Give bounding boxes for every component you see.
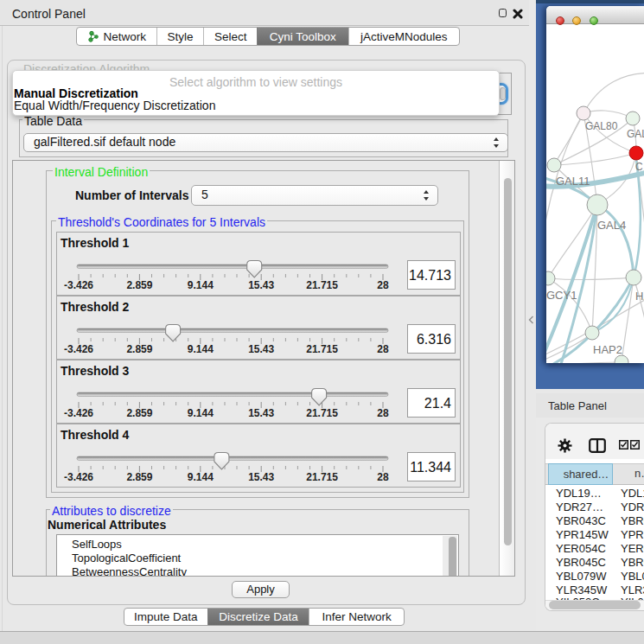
svg-text:GAL11: GAL11 [556, 175, 590, 188]
svg-text:-3.426: -3.426 [64, 407, 93, 419]
svg-text:2.859: 2.859 [126, 407, 152, 419]
svg-text:15.43: 15.43 [248, 343, 274, 355]
svg-text:21.715: 21.715 [306, 343, 338, 355]
svg-text:9.144: 9.144 [188, 407, 214, 419]
svg-text:GAL4: GAL4 [597, 219, 626, 232]
svg-text:C…: C… [635, 161, 644, 173]
svg-text:15.43: 15.43 [248, 471, 274, 483]
svg-text:2.859: 2.859 [126, 279, 152, 291]
svg-text:28: 28 [377, 279, 389, 291]
svg-text:21.715: 21.715 [306, 407, 338, 419]
svg-text:2.859: 2.859 [126, 343, 152, 355]
svg-text:GAL80: GAL80 [585, 120, 618, 132]
svg-text:GAL…: GAL… [627, 128, 644, 140]
svg-text:-3.426: -3.426 [64, 471, 93, 483]
svg-text:28: 28 [377, 343, 389, 355]
svg-text:28: 28 [377, 471, 389, 483]
svg-text:Threshold 1: Threshold 1 [61, 236, 130, 250]
svg-text:9.144: 9.144 [188, 279, 214, 291]
svg-text:Threshold 2: Threshold 2 [61, 300, 130, 314]
svg-text:15.43: 15.43 [248, 407, 274, 419]
svg-text:6.316: 6.316 [417, 332, 451, 347]
svg-text:28: 28 [377, 407, 389, 419]
svg-text:-3.426: -3.426 [64, 279, 93, 291]
svg-text:21.715: 21.715 [306, 279, 338, 291]
svg-text:Threshold 4: Threshold 4 [61, 428, 130, 442]
svg-text:HA: HA [635, 290, 644, 303]
svg-text:-3.426: -3.426 [64, 343, 93, 355]
svg-text:15.43: 15.43 [248, 279, 274, 291]
svg-text:14.713: 14.713 [409, 268, 451, 283]
svg-text:21.715: 21.715 [306, 471, 338, 483]
svg-text:2.859: 2.859 [126, 471, 152, 483]
svg-text:GCY1: GCY1 [546, 289, 577, 302]
svg-text:21.4: 21.4 [424, 396, 451, 411]
svg-text:9.144: 9.144 [188, 471, 214, 483]
svg-text:9.144: 9.144 [188, 343, 214, 355]
svg-text:11.344: 11.344 [410, 460, 451, 475]
svg-text:HAP2: HAP2 [593, 343, 622, 356]
svg-text:Threshold 3: Threshold 3 [61, 364, 130, 378]
